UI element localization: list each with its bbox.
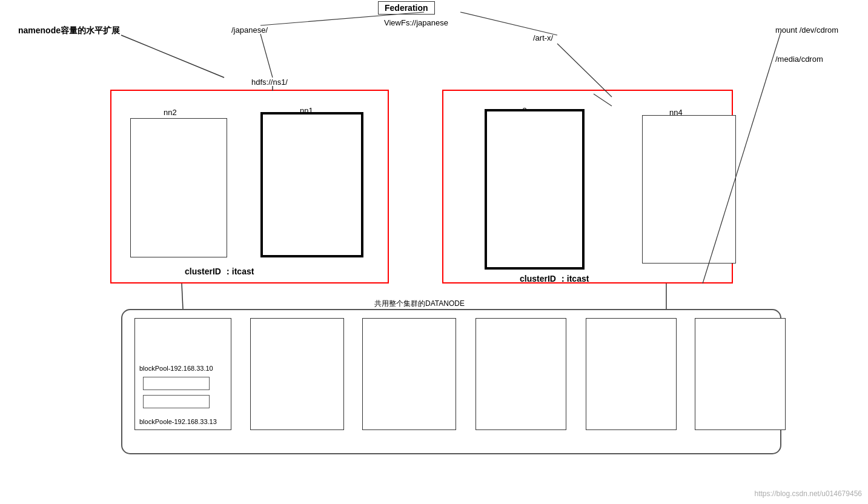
japanese-path-label: /japanese/ (231, 25, 268, 35)
datanode-box-6 (695, 318, 786, 430)
nn2-box (130, 118, 227, 257)
blockpool-inner-box-2 (143, 395, 210, 408)
blockpool-inner-box-1 (143, 377, 210, 390)
svg-line-0 (121, 35, 224, 78)
artx-path-label: /art-x/ (533, 33, 553, 42)
federation-title: Federation (385, 3, 428, 13)
media-cdrom-label: /media/cdrom (775, 55, 823, 64)
datanode-box-3 (362, 318, 456, 430)
blockpool-label-1: blockPool-192.168.33.10 (139, 365, 213, 372)
svg-line-5 (557, 44, 612, 97)
watermark: https://blog.csdn.net/u014679456 (755, 489, 862, 498)
viewfs-label: ViewFs://japanese (384, 18, 448, 27)
svg-line-3 (460, 12, 557, 35)
federation-box: Federation (378, 1, 435, 15)
nn2-label: nn2 (164, 108, 177, 117)
blockpool-label-2: blockPoole-192.168.33.13 (139, 418, 217, 425)
nn3-box (485, 109, 585, 270)
datanode-box-2 (250, 318, 344, 430)
nn4-box (642, 115, 736, 264)
svg-line-4 (260, 34, 273, 78)
datanode-box-1 (134, 318, 231, 430)
shared-datanode-label: 共用整个集群的DATANODE (374, 299, 465, 309)
clusterid-left-label: clusterID ：itcast (185, 267, 254, 277)
svg-line-7 (182, 284, 183, 309)
namenode-expand-label: namenode容量的水平扩展 (18, 25, 120, 36)
nn1-box (260, 112, 363, 257)
hdfs-ns1-label: hdfs://ns1/ (251, 78, 288, 87)
datanode-box-4 (475, 318, 566, 430)
clusterid-right-label: clusterID ：itcast (520, 274, 589, 285)
datanode-box-5 (586, 318, 677, 430)
diagram-container: Federation ViewFs://japanese namenode容量的… (0, 0, 868, 504)
mount-cdrom-label: mount /dev/cdrom (775, 25, 838, 35)
